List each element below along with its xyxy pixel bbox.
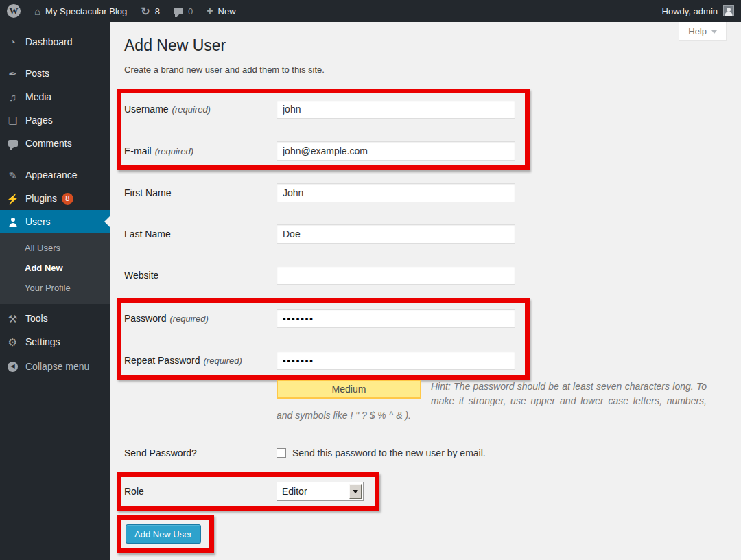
first-name-row: First Name: [124, 183, 741, 202]
my-account-menu[interactable]: Howdy, admin: [662, 5, 741, 16]
last-name-row: Last Name: [124, 224, 741, 244]
plus-icon: +: [207, 5, 213, 16]
sidebar-item-collapse-menu[interactable]: ◀ Collapse menu: [0, 355, 110, 378]
help-label: Help: [688, 26, 707, 36]
username-input[interactable]: [277, 100, 515, 119]
collapse-menu-icon: ◀: [5, 362, 20, 372]
last-name-label: Last Name: [124, 229, 277, 240]
role-select[interactable]: Editor: [277, 482, 364, 501]
posts-icon: ✒: [5, 69, 20, 79]
select-arrow-button[interactable]: [349, 484, 362, 499]
updates-menu[interactable]: ↻ 8: [134, 0, 167, 22]
plugins-icon: ⚡: [5, 194, 20, 204]
comments-menu[interactable]: 0: [167, 0, 200, 22]
new-label: New: [218, 6, 236, 16]
menu-separator: [0, 155, 110, 163]
required-note: (required): [169, 314, 208, 324]
site-name-menu[interactable]: ⌂ My Spectacular Blog: [27, 0, 134, 22]
sidebar-item-tools[interactable]: ⚒ Tools: [0, 307, 110, 330]
password-label: Password (required): [124, 313, 277, 324]
sidebar-item-comments[interactable]: Comments: [0, 132, 110, 155]
password-input[interactable]: [277, 309, 515, 328]
name-website-rows: First Name Last Name Website: [110, 183, 741, 285]
tools-icon: ⚒: [5, 314, 20, 324]
username-label: Username (required): [124, 104, 277, 115]
admin-bar: W ⌂ My Spectacular Blog ↻ 8 0 + New Howd…: [0, 0, 741, 22]
sidebar-item-plugins[interactable]: ⚡ Plugins 8: [0, 187, 110, 210]
username-row: Username (required): [124, 100, 525, 119]
repeat-password-label: Repeat Password (required): [124, 355, 277, 366]
add-new-user-button[interactable]: Add New User: [126, 524, 201, 544]
submenu-item-add-new[interactable]: Add New: [0, 258, 110, 278]
chevron-down-icon: [711, 30, 717, 36]
role-label: Role: [124, 486, 277, 497]
website-label: Website: [124, 270, 277, 281]
page-title: Add New User: [124, 36, 741, 56]
send-password-row: Send Password? Send this password to the…: [124, 443, 741, 463]
email-row: E-mail (required): [124, 141, 525, 161]
repeat-password-row: Repeat Password (required): [124, 351, 525, 370]
chevron-down-icon: [353, 490, 358, 496]
user-avatar: [723, 5, 734, 16]
last-name-input[interactable]: [277, 224, 515, 244]
annotation-box-role: Role Editor: [117, 472, 379, 511]
menu-separator: [0, 54, 110, 62]
users-submenu: All Users Add New Your Profile: [0, 233, 110, 304]
page-subtitle: Create a brand new user and add them to …: [124, 65, 741, 75]
howdy-label: Howdy, admin: [662, 6, 718, 16]
new-content-menu[interactable]: + New: [200, 0, 242, 22]
users-icon: [5, 216, 20, 227]
dashboard-icon: ◔: [5, 37, 20, 47]
role-select-value: Editor: [282, 486, 307, 497]
comments-sidebar-icon: [5, 140, 20, 147]
site-name-label: My Spectacular Blog: [45, 6, 127, 16]
first-name-label: First Name: [124, 187, 277, 198]
sidebar-item-pages[interactable]: ❏ Pages: [0, 108, 110, 132]
role-row: Role Editor: [124, 482, 375, 501]
password-strength-row: Medium Hint: The password should be at l…: [277, 380, 707, 423]
email-label: E-mail (required): [124, 145, 277, 156]
plugins-update-badge: 8: [62, 193, 73, 205]
home-icon: ⌂: [34, 5, 40, 17]
website-input[interactable]: [277, 266, 515, 285]
send-password-checkbox[interactable]: [277, 448, 286, 458]
wordpress-logo-icon: W: [7, 4, 21, 18]
annotation-box-username-email: Username (required) E-mail (required): [117, 89, 530, 170]
comments-icon: [174, 8, 183, 14]
comment-count: 0: [188, 6, 193, 16]
appearance-icon: ✎: [5, 170, 20, 180]
settings-icon: ⚙: [5, 337, 20, 347]
send-password-label: Send Password?: [124, 447, 277, 458]
password-strength-indicator: Medium: [277, 380, 421, 399]
required-note: (required): [204, 355, 242, 366]
sidebar-item-dashboard[interactable]: ◔ Dashboard: [0, 30, 110, 54]
sidebar-item-posts[interactable]: ✒ Posts: [0, 62, 110, 85]
email-input[interactable]: [277, 141, 515, 161]
update-count: 8: [155, 6, 160, 16]
sidebar-item-media[interactable]: ♫ Media: [0, 85, 110, 108]
website-row: Website: [124, 266, 741, 285]
sidebar-item-users[interactable]: Users: [0, 210, 110, 233]
first-name-input[interactable]: [277, 183, 515, 202]
help-tab[interactable]: Help: [679, 22, 727, 41]
sidebar-item-settings[interactable]: ⚙ Settings: [0, 330, 110, 353]
submenu-item-your-profile[interactable]: Your Profile: [0, 278, 110, 298]
main-content: Help Add New User Create a brand new use…: [110, 22, 741, 560]
admin-sidebar: ◔ Dashboard ✒ Posts ♫ Media ❏ Pages Comm…: [0, 22, 110, 560]
sidebar-item-appearance[interactable]: ✎ Appearance: [0, 163, 110, 187]
annotation-box-submit: Add New User: [117, 515, 214, 553]
repeat-password-input[interactable]: [277, 351, 515, 370]
annotation-box-passwords: Password (required) Repeat Password (req…: [117, 298, 530, 380]
required-note: (required): [172, 104, 211, 115]
password-row: Password (required): [124, 309, 525, 328]
send-password-checkbox-text: Send this password to the new user by em…: [292, 447, 486, 458]
pages-icon: ❏: [5, 115, 20, 126]
wordpress-logo-menu[interactable]: W: [0, 0, 27, 22]
submenu-item-all-users[interactable]: All Users: [0, 238, 110, 258]
required-note: (required): [155, 146, 193, 156]
updates-icon: ↻: [141, 5, 150, 18]
media-icon: ♫: [5, 92, 20, 102]
